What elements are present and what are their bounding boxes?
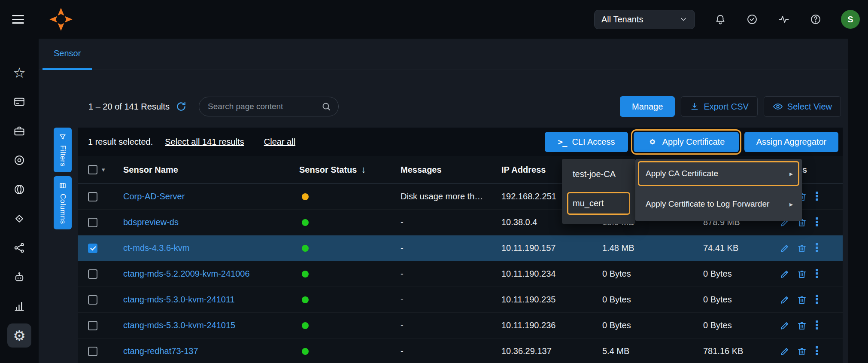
delete-button[interactable] [796,243,807,254]
sidebar-item-automation[interactable] [7,265,31,289]
sensor-name-link[interactable]: ctang-mds-5.2.2009-kvm-241006 [123,269,250,279]
menu-item-apply-ca-certificate[interactable]: Apply CA Certificate ▸ [638,161,799,186]
eye-icon [773,101,783,112]
sidebar-item-licenses[interactable] [7,90,31,114]
row-checkbox[interactable] [88,347,97,356]
columns-tab-label: Columns [58,194,67,224]
chevron-down-icon [679,15,688,24]
menu-item-apply-certificate-log-forwarder[interactable]: Apply Certificate to Log Forwarder ▸ [638,192,799,217]
sidebar-item-reports[interactable] [7,294,31,318]
kebab-menu-button[interactable]: ⋮ [813,191,820,202]
filters-tab[interactable]: Filters [54,128,72,172]
activity-button[interactable] [777,13,790,26]
kebab-menu-button[interactable]: ⋮ [813,294,820,305]
help-button[interactable] [809,13,822,26]
sensor-name-link[interactable]: Corp-AD-Server [123,192,185,201]
sensor-name-link[interactable]: ctang-redhat73-137 [123,346,198,356]
search-input[interactable] [208,102,321,111]
submenu-arrow-icon: ▸ [789,170,793,178]
sidebar-item-cases[interactable] [7,119,31,143]
avatar[interactable]: S [841,10,860,29]
row-checkbox[interactable] [88,321,97,330]
submenu-arrow-icon: ▸ [789,200,793,208]
header-messages[interactable]: Messages [401,165,501,175]
logo[interactable] [49,7,73,31]
columns-tab[interactable]: Columns [54,176,72,230]
delete-button[interactable] [796,320,807,331]
row-checkbox[interactable] [88,244,97,253]
sidebar-item-correlation[interactable] [7,236,31,260]
edit-button[interactable] [779,268,790,280]
apply-certificate-button[interactable]: Apply Certificate [634,132,739,152]
menu-item-label: test-joe-CA [573,169,616,179]
kebab-menu-button[interactable]: ⋮ [813,320,820,331]
tenant-selector[interactable]: All Tenants [594,10,695,29]
sidebar-item-intelligence[interactable] [7,177,31,201]
edit-button[interactable] [779,320,790,331]
sensor-name-link[interactable]: bdspreview-ds [123,217,179,227]
kebab-menu-button[interactable]: ⋮ [813,243,820,254]
terminal-icon: >_ [558,137,567,146]
tab-sensor[interactable]: Sensor [42,39,92,70]
kebab-menu-button[interactable]: ⋮ [813,268,820,280]
row-checkbox[interactable] [88,192,97,201]
clear-all-link[interactable]: Clear all [264,137,295,147]
sensor-name-link[interactable]: ctang-mds-5.3.0-kvm-241015 [123,320,235,330]
table-row[interactable]: ctang-mds-5.2.2009-kvm-241006 - 10.11.19… [78,261,843,287]
menu-item-label: Apply CA Certificate [646,169,718,178]
apply-certificate-menu: Apply CA Certificate ▸ Apply Certificate… [635,159,802,221]
sidebar-item-favorites[interactable]: ☆ [7,61,31,85]
row-checkbox[interactable] [88,218,97,227]
data1-cell: 1.48 MB [602,243,703,253]
manage-button[interactable]: Manage [620,96,675,117]
data2-cell: 781.16 KB [703,346,765,356]
kebab-menu-button[interactable]: ⋮ [813,217,820,228]
row-checkbox[interactable] [88,269,97,279]
messages-cell: - [401,269,501,279]
table-row[interactable]: ctang-mds-5.3.0-kvm-241015 - 10.11.190.2… [78,313,843,339]
select-view-button[interactable]: Select View [764,96,841,117]
header-sensor-name[interactable]: Sensor Name [123,165,299,175]
select-all-checkbox[interactable] [88,165,97,174]
table-row[interactable]: ctang-mds-5.3.0-kvm-241011 - 10.11.190.2… [78,287,843,313]
delete-button[interactable] [796,346,807,357]
network-icon [13,242,25,254]
caret-down-icon[interactable]: ▾ [102,166,105,174]
delete-button[interactable] [796,294,807,305]
sidebar: ☆ [0,39,39,363]
sensor-name-link[interactable]: ct-mds-4.3.6-kvm [123,243,189,253]
kebab-menu-button[interactable]: ⋮ [813,346,820,357]
ip-cell: 10.11.190.236 [501,320,602,330]
menu-item-certificate[interactable]: mu_cert [567,192,630,215]
messages-cell: - [401,346,501,356]
table-row[interactable]: ct-mds-4.3.6-kvm - 10.11.190.157 1.48 MB… [78,235,843,261]
sort-down-icon: ↓ [361,164,366,175]
assign-aggregator-button[interactable]: Assign Aggregator [744,132,838,152]
menu-item-certificate[interactable]: test-joe-CA [567,163,630,186]
data2-cell: 0 Bytes [703,295,765,305]
sidebar-item-settings[interactable]: ⚙ [7,323,31,348]
delete-button[interactable] [796,268,807,280]
export-csv-button[interactable]: Export CSV [681,96,757,117]
row-checkbox[interactable] [88,295,97,305]
sidebar-item-detections[interactable] [7,207,31,231]
header-sensor-status[interactable]: Sensor Status ↓ [299,164,401,175]
edit-button[interactable] [779,243,790,254]
tasks-button[interactable] [746,13,759,26]
card-icon [13,96,25,108]
data2-cell: 74.41 KB [703,243,765,253]
cli-access-button[interactable]: >_ CLI Access [545,132,628,152]
certificate-icon [648,137,657,146]
status-dot [302,296,309,303]
refresh-icon [176,101,187,112]
select-all-link[interactable]: Select all 141 results [165,137,244,147]
table-row[interactable]: ctang-redhat73-137 - 10.36.29.137 5.4 MB… [78,339,843,363]
sensor-name-link[interactable]: ctang-mds-5.3.0-kvm-241011 [123,295,235,305]
refresh-button[interactable] [176,101,187,112]
edit-button[interactable] [779,294,790,305]
notifications-button[interactable] [714,13,727,26]
header-sensor-status-label: Sensor Status [299,165,357,175]
edit-button[interactable] [779,346,790,357]
menu-icon[interactable] [12,15,25,24]
sidebar-item-records[interactable] [7,148,31,172]
